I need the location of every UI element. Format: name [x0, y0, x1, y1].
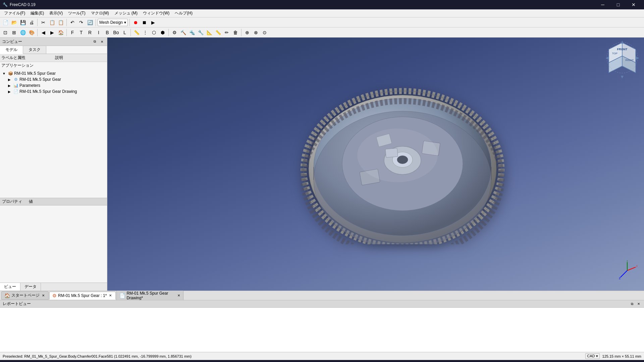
sep2 — [66, 19, 67, 26]
sep3 — [96, 19, 96, 26]
desc-col-header: 説明 — [54, 55, 107, 61]
cad-badge[interactable]: CAD ▾ — [585, 353, 599, 359]
view-bottom[interactable]: Bo — [112, 28, 120, 37]
stop-btn[interactable]: ⏹ — [140, 18, 148, 26]
axis-indicator: X Y Z — [617, 260, 637, 281]
menu-item-----t-[interactable]: ツール(T) — [65, 10, 88, 17]
combo-view-header: コンビュー ⧉ ✕ — [0, 38, 107, 46]
undo-button[interactable]: ↶ — [68, 18, 76, 26]
view-left[interactable]: L — [121, 28, 129, 37]
root-expander[interactable]: ▼ — [1, 71, 7, 76]
view-fit-sel[interactable]: ⊞ — [10, 28, 18, 37]
menu-item-----m-[interactable]: マクロ(M) — [88, 10, 112, 17]
tool8[interactable]: 🗑 — [231, 28, 239, 37]
start-tab-close[interactable]: ✕ — [41, 293, 46, 298]
menu-item----v-[interactable]: 表示(V) — [47, 10, 65, 17]
minimize-button[interactable]: ─ — [595, 0, 610, 9]
tab-view[interactable]: ビュー — [0, 283, 20, 291]
svg-text:TOP: TOP — [612, 52, 618, 55]
table-icon: 📊 — [13, 83, 18, 88]
tab-data[interactable]: データ — [20, 283, 41, 291]
paste-button[interactable]: 📋 — [57, 18, 65, 26]
copy-button[interactable]: 📋 — [48, 18, 56, 26]
open-button[interactable]: 📂 — [10, 18, 18, 26]
nav-left[interactable]: ◀ — [39, 28, 47, 37]
points-btn[interactable]: ⋮ — [141, 28, 149, 37]
tool7[interactable]: ✏ — [223, 28, 231, 37]
drawing-tab-close[interactable]: ✕ — [177, 293, 181, 298]
titlebar-title: FreeCAD 0.19 — [10, 2, 36, 7]
new-button[interactable]: 📄 — [1, 18, 9, 26]
view-standard[interactable]: 🌐 — [19, 28, 27, 37]
combo-float-button[interactable]: ⧉ — [92, 39, 98, 45]
viewport[interactable]: FRONT RIGHT TOP ▲ ▼ ◀ ▶ — [107, 38, 644, 291]
titlebar: 🔧 FreeCAD 0.19 ─ □ ✕ — [0, 0, 644, 9]
tab-tasks[interactable]: タスク — [23, 46, 46, 54]
tab-model-doc[interactable]: ⚙ RM-01 Mk.5 Spur Gear : 1* ✕ — [49, 292, 116, 300]
child3-expander[interactable]: ▶ — [7, 89, 12, 94]
view-back[interactable]: B — [103, 28, 111, 37]
dropdown-arrow-icon: ▾ — [124, 20, 126, 25]
toolbar-main: 📄 📂 💾 🖨 ✂ 📋 📋 ↶ ↷ 🔄 Mesh Design ▾ ⏺ ⏹ ▶ — [0, 17, 644, 27]
tool5[interactable]: 📐 — [205, 28, 213, 37]
svg-text:▶: ▶ — [636, 55, 639, 60]
tree-item-parameters[interactable]: ▶ 📊 Parameters — [7, 82, 106, 88]
child2-expander[interactable]: ▶ — [7, 83, 12, 88]
tool3[interactable]: 🔩 — [188, 28, 196, 37]
view-front[interactable]: F — [68, 28, 76, 37]
menu-item------f-[interactable]: ファイル(F) — [1, 10, 28, 17]
cut-button[interactable]: ✂ — [39, 18, 47, 26]
tool4[interactable]: 🔧 — [197, 28, 205, 37]
report-float-button[interactable]: ⧉ — [629, 301, 635, 307]
save-button[interactable]: 💾 — [19, 18, 27, 26]
tab-model[interactable]: モデル — [0, 46, 23, 54]
record-btn[interactable]: ⏺ — [131, 18, 140, 26]
refresh-button[interactable]: 🔄 — [86, 18, 94, 26]
tool2[interactable]: 🔨 — [179, 28, 187, 37]
tool1[interactable]: ⚙ — [170, 28, 178, 37]
nav-right[interactable]: ▶ — [48, 28, 56, 37]
menu-item-------m-[interactable]: メッシュ (M) — [112, 10, 140, 17]
combo-close-button[interactable]: ✕ — [99, 39, 105, 45]
dimensions-display: 125.15 mm × 55.11 mm — [602, 354, 641, 358]
view-top[interactable]: T — [77, 28, 85, 37]
view-fit-all[interactable]: ⊡ — [1, 28, 9, 37]
macro-btn[interactable]: ▶ — [149, 18, 157, 26]
view-home[interactable]: 🏠 — [57, 28, 65, 37]
props-panel — [0, 205, 107, 283]
report-close-button[interactable]: ✕ — [636, 301, 641, 307]
tree-item-drawing[interactable]: ▶ 📄 RM-01 Mk.5 Spur Gear Drawing — [7, 88, 106, 95]
print-button[interactable]: 🖨 — [28, 18, 36, 26]
snap1[interactable]: ⊕ — [243, 28, 251, 37]
snap3[interactable]: ⊙ — [261, 28, 269, 37]
view-right[interactable]: R — [86, 28, 94, 37]
menu-item----e-[interactable]: 編集(E) — [28, 10, 47, 17]
child1-expander[interactable]: ▶ — [7, 77, 12, 82]
navigation-cube[interactable]: FRONT RIGHT TOP ▲ ▼ ◀ ▶ — [605, 41, 639, 82]
menu-item-------w-[interactable]: ウィンドウ(W) — [140, 10, 172, 17]
measure-btn[interactable]: 📏 — [132, 28, 141, 37]
tree-root[interactable]: ▼ 📦 RM-01 Mk.5 Spur Gear — [1, 70, 106, 76]
redo-button[interactable]: ↷ — [77, 18, 85, 26]
svg-text:▼: ▼ — [620, 74, 625, 79]
main-area: コンビュー ⧉ ✕ モデル タスク ラベルと属性 説明 アプリケーション — [0, 38, 644, 352]
titlebar-left: 🔧 FreeCAD 0.19 — [3, 2, 36, 7]
restore-button[interactable]: □ — [610, 0, 626, 9]
combo-tabs: モデル タスク — [0, 46, 107, 54]
workbench-selector[interactable]: Mesh Design ▾ — [98, 19, 128, 26]
close-button[interactable]: ✕ — [626, 0, 641, 9]
mesh-btn[interactable]: ⬢ — [159, 28, 167, 37]
start-button[interactable] — [3, 360, 19, 362]
gear-svg — [299, 83, 506, 244]
view-draw-style[interactable]: 🎨 — [28, 28, 36, 37]
snap2[interactable]: ⊗ — [252, 28, 260, 37]
tab-start[interactable]: 🏠 スタートページ ✕ — [1, 291, 49, 300]
menu-item-----h-[interactable]: ヘルプ(H) — [172, 10, 195, 17]
tool6[interactable]: 📏 — [214, 28, 222, 37]
sep6 — [66, 29, 67, 36]
model-tab-close[interactable]: ✕ — [108, 293, 113, 298]
wireframe-btn[interactable]: ⬡ — [150, 28, 158, 37]
view-iso[interactable]: I — [95, 28, 103, 37]
tree-item-spur-gear[interactable]: ▶ ⚙ RM-01 Mk.5 Spur Gear — [7, 76, 106, 82]
view-data-tabs: ビュー データ — [0, 283, 107, 291]
